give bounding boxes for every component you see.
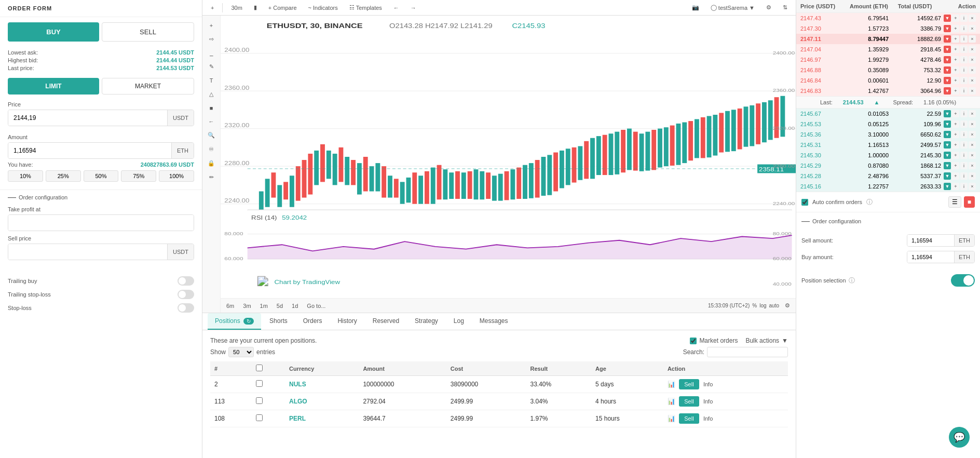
3m-btn[interactable]: 3m: [240, 301, 254, 311]
ob-info-btn[interactable]: i: [960, 172, 968, 180]
1d-btn[interactable]: 1d: [289, 301, 301, 311]
undo-btn[interactable]: ←: [390, 3, 402, 12]
ob-close-btn[interactable]: ×: [969, 141, 976, 149]
ob-close-btn[interactable]: ×: [969, 35, 976, 43]
ob-plus-btn[interactable]: +: [952, 87, 959, 95]
currency-link[interactable]: PERL: [289, 415, 306, 422]
market-button[interactable]: MARKET: [102, 78, 194, 95]
line-tool[interactable]: ⎯: [208, 48, 215, 58]
indicators-btn[interactable]: ~ Indicators: [305, 3, 341, 12]
redo-btn[interactable]: →: [407, 3, 419, 12]
ob-info-btn[interactable]: i: [960, 183, 968, 190]
ob-plus-btn[interactable]: +: [952, 141, 959, 149]
toolbar-crosshair[interactable]: +: [208, 3, 217, 12]
ob-close-btn[interactable]: ×: [969, 183, 976, 190]
ob-close-btn[interactable]: ×: [969, 46, 976, 53]
limit-button[interactable]: LIMIT: [8, 78, 99, 95]
tab-log[interactable]: Log: [446, 313, 471, 330]
chat-bubble[interactable]: 💬: [949, 427, 970, 448]
5d-btn[interactable]: 5d: [274, 301, 286, 311]
trailing-stop-loss-toggle[interactable]: [178, 290, 194, 299]
ob-close-btn[interactable]: ×: [969, 162, 976, 169]
ob-close-btn[interactable]: ×: [969, 25, 976, 32]
ob-close-btn[interactable]: ×: [969, 56, 976, 63]
ob-sell-btn[interactable]: ▼: [944, 46, 951, 53]
pencil-tool[interactable]: ✏: [208, 172, 215, 182]
tab-shorts[interactable]: Shorts: [262, 313, 295, 330]
ob-close-btn[interactable]: ×: [969, 110, 976, 117]
ob-buy-btn[interactable]: ▼: [944, 152, 951, 159]
bulk-actions-btn[interactable]: Bulk actions ▼: [745, 337, 788, 344]
ob-buy-btn[interactable]: ▼: [944, 183, 951, 190]
ob-plus-btn[interactable]: +: [952, 120, 959, 128]
ob-buy-btn[interactable]: ▼: [944, 162, 951, 169]
sell-button-perl[interactable]: Sell: [679, 413, 699, 424]
profile-btn[interactable]: ◯ testSarema ▼: [707, 3, 758, 12]
zoom-tool[interactable]: 🔍: [206, 130, 216, 140]
sell-button[interactable]: SELL: [102, 22, 194, 42]
order-config-toggle[interactable]: — Order configuration: [8, 193, 194, 202]
ob-close-btn[interactable]: ×: [969, 77, 976, 84]
info-button-algo[interactable]: Info: [701, 397, 715, 406]
ob-info-btn[interactable]: i: [960, 35, 968, 43]
ob-sell-btn[interactable]: ▼: [944, 87, 951, 95]
ob-info-btn[interactable]: i: [960, 15, 968, 22]
ob-info-btn[interactable]: i: [960, 77, 968, 84]
tab-positions[interactable]: Positions ↻: [208, 313, 261, 330]
stop-loss-toggle[interactable]: [178, 303, 194, 313]
ob-buy-btn[interactable]: ▼: [944, 172, 951, 180]
currency-link[interactable]: ALGO: [289, 398, 307, 405]
ob-sell-btn[interactable]: ▼: [944, 15, 951, 22]
ob-plus-btn[interactable]: +: [952, 152, 959, 159]
ob-plus-btn[interactable]: +: [952, 66, 959, 74]
right-order-config-title[interactable]: — Order configuration: [801, 217, 975, 226]
entries-select[interactable]: 50 25 100: [228, 347, 254, 357]
ob-buy-btn[interactable]: ▼: [944, 141, 951, 149]
ob-info-btn[interactable]: i: [960, 110, 968, 117]
pct-100-button[interactable]: 100%: [159, 170, 194, 182]
ob-info-btn[interactable]: i: [960, 162, 968, 169]
measure-tool[interactable]: ■: [208, 103, 215, 113]
sell-button-nuls[interactable]: Sell: [679, 379, 699, 389]
6m-btn[interactable]: 6m: [223, 301, 237, 311]
ob-buy-btn[interactable]: ▼: [944, 120, 951, 128]
tab-orders[interactable]: Orders: [296, 313, 330, 330]
chart-settings-btn[interactable]: ⚙: [782, 301, 793, 311]
settings-btn[interactable]: ⚙: [763, 3, 774, 12]
ob-close-btn[interactable]: ×: [969, 87, 976, 95]
ob-close-btn[interactable]: ×: [969, 172, 976, 180]
ob-plus-btn[interactable]: +: [952, 56, 959, 63]
position-selection-toggle[interactable]: [951, 274, 975, 287]
table-view-btn[interactable]: ☰: [948, 196, 961, 208]
fullscreen-btn[interactable]: ⇅: [780, 3, 791, 12]
templates-btn[interactable]: ☷ Templates: [346, 3, 385, 12]
tab-history[interactable]: History: [330, 313, 364, 330]
ob-plus-btn[interactable]: +: [952, 131, 959, 138]
sell-button-algo[interactable]: Sell: [679, 396, 699, 407]
row-checkbox[interactable]: [256, 380, 263, 387]
tab-messages[interactable]: Messages: [472, 313, 515, 330]
ob-info-btn[interactable]: i: [960, 87, 968, 95]
ob-info-btn[interactable]: i: [960, 131, 968, 138]
currency-link[interactable]: NULS: [289, 381, 306, 388]
ob-buy-btn[interactable]: ▼: [944, 131, 951, 138]
ob-close-btn[interactable]: ×: [969, 15, 976, 22]
ob-sell-btn[interactable]: ▼: [944, 66, 951, 74]
buy-button[interactable]: BUY: [8, 22, 99, 42]
row-checkbox[interactable]: [256, 414, 263, 421]
screenshot-btn[interactable]: 📷: [689, 3, 702, 12]
ob-plus-btn[interactable]: +: [952, 110, 959, 117]
ob-plus-btn[interactable]: +: [952, 162, 959, 169]
ob-plus-btn[interactable]: +: [952, 77, 959, 84]
ob-plus-btn[interactable]: +: [952, 183, 959, 190]
ob-info-btn[interactable]: i: [960, 141, 968, 149]
ob-info-btn[interactable]: i: [960, 56, 968, 63]
brush-tool[interactable]: ✎: [208, 62, 215, 72]
arrow-tool[interactable]: ←: [207, 117, 216, 126]
timeframe-btn[interactable]: 30m: [228, 3, 245, 12]
ob-plus-btn[interactable]: +: [952, 172, 959, 180]
ob-sell-btn[interactable]: ▼: [944, 25, 951, 32]
ob-info-btn[interactable]: i: [960, 66, 968, 74]
ob-sell-btn[interactable]: ▼: [944, 35, 951, 43]
1m-btn[interactable]: 1m: [257, 301, 271, 311]
